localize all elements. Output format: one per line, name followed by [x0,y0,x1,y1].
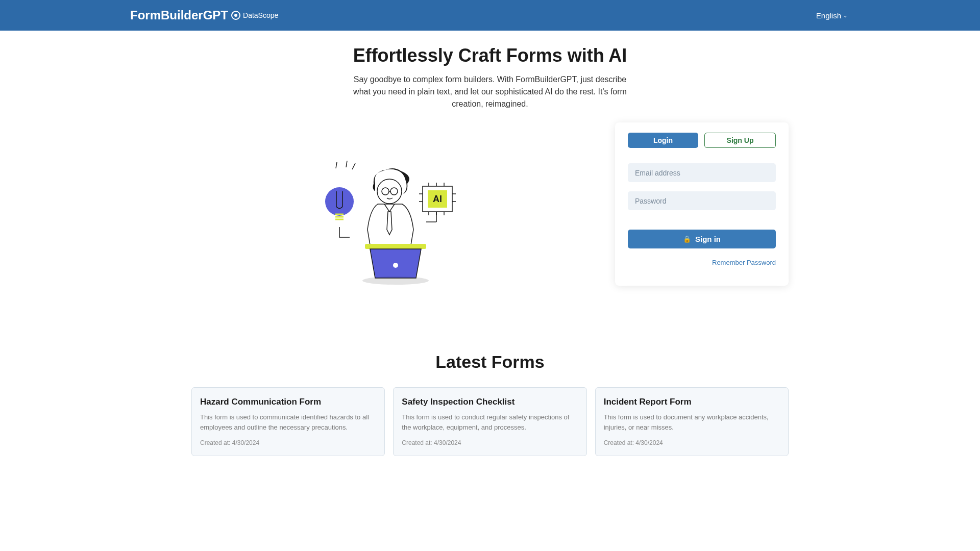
hero-row: AI [191,122,789,286]
svg-rect-8 [365,244,426,249]
partner-text: DataScope [243,11,278,19]
remember-password-link[interactable]: Remember Password [712,259,776,266]
language-label: English [816,11,841,20]
partner-badge: DataScope [231,11,278,20]
illustration-col: AI [191,122,595,286]
form-card[interactable]: Incident Report Form This form is used t… [595,387,789,456]
card-title: Safety Inspection Checklist [402,397,578,407]
header-bar: FormBuilderGPT DataScope English ⌄ [0,0,980,31]
remember-wrap: Remember Password [628,258,776,267]
latest-forms-title: Latest Forms [191,352,789,372]
signup-tab[interactable]: Sign Up [704,133,776,148]
hero-title: Effortlessly Craft Forms with AI [191,45,789,66]
svg-point-0 [325,187,354,216]
card-desc: This form is used to communicate identif… [200,412,376,432]
login-card: Login Sign Up 🔒 Sign in Remember Passwor… [615,122,789,286]
signin-label: Sign in [695,235,721,243]
svg-point-10 [362,277,429,285]
card-title: Incident Report Form [604,397,780,407]
auth-tabs: Login Sign Up [628,133,776,148]
email-field[interactable] [628,163,776,182]
form-card[interactable]: Safety Inspection Checklist This form is… [393,387,586,456]
svg-point-9 [393,263,398,268]
logo-wrap[interactable]: FormBuilderGPT DataScope [130,8,278,22]
card-date: Created at: 4/30/2024 [402,439,578,446]
chevron-down-icon: ⌄ [843,13,847,18]
card-desc: This form is used to document any workpl… [604,412,780,432]
language-selector[interactable]: English ⌄ [816,11,847,20]
hero-subtitle: Say goodbye to complex form builders. Wi… [347,73,633,110]
main-container: Effortlessly Craft Forms with AI Say goo… [181,45,799,456]
card-title: Hazard Communication Form [200,397,376,407]
svg-text:AI: AI [433,194,442,204]
logo-text: FormBuilderGPT [130,8,228,22]
card-date: Created at: 4/30/2024 [604,439,780,446]
form-cards-row: Hazard Communication Form This form is u… [191,387,789,456]
ai-person-illustration: AI [311,153,475,286]
password-field[interactable] [628,191,776,210]
signin-button[interactable]: 🔒 Sign in [628,230,776,248]
card-desc: This form is used to conduct regular saf… [402,412,578,432]
form-card[interactable]: Hazard Communication Form This form is u… [191,387,385,456]
card-date: Created at: 4/30/2024 [200,439,376,446]
lock-icon: 🔒 [683,235,691,243]
login-tab[interactable]: Login [628,133,698,148]
target-icon [231,11,240,20]
